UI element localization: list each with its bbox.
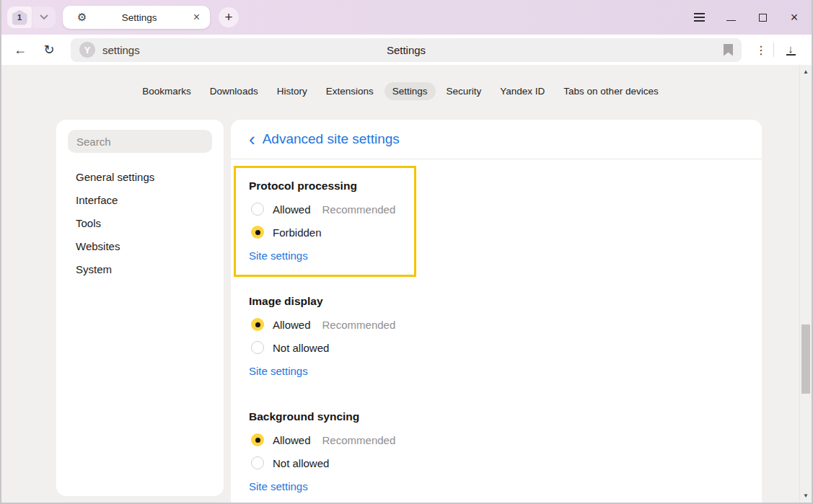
- kebab-icon: ⋮: [755, 44, 767, 56]
- browser-toolbar: ← ↻ Y settings Settings ⋮ ↓: [1, 35, 812, 65]
- radio-option[interactable]: Forbidden: [249, 221, 762, 244]
- section-title: Protocol processing: [249, 174, 762, 198]
- chevron-down-icon: [40, 14, 48, 20]
- downloads-button[interactable]: ↓: [774, 44, 807, 56]
- settings-section: Protocol processing Allowed Recommended …: [231, 166, 762, 281]
- maximize-button[interactable]: [757, 12, 768, 23]
- settings-nav: BookmarksDownloadsHistoryExtensionsSetti…: [1, 82, 799, 100]
- radio-button[interactable]: [251, 341, 264, 354]
- radio-option[interactable]: Not allowed: [249, 336, 762, 359]
- refresh-icon: ↻: [43, 43, 54, 57]
- bookmark-icon[interactable]: [724, 44, 733, 56]
- tab-close-icon[interactable]: ×: [192, 11, 201, 24]
- recommended-note: Recommended: [322, 203, 396, 216]
- maximize-icon: [759, 14, 767, 22]
- radio-option[interactable]: Allowed Recommended: [249, 198, 762, 221]
- minimize-icon: [726, 20, 736, 22]
- scroll-up-icon[interactable]: ▲: [800, 68, 812, 75]
- tab-list-dropdown-button[interactable]: [32, 6, 56, 28]
- radio-label: Allowed: [273, 434, 311, 446]
- page-content: BookmarksDownloadsHistoryExtensionsSetti…: [1, 65, 812, 503]
- site-favicon: Y: [79, 42, 95, 58]
- back-arrow-icon: ←: [14, 43, 27, 57]
- scrollbar-thumb[interactable]: [801, 324, 810, 394]
- section-options: Allowed Recommended Not allowed: [249, 428, 762, 474]
- settings-section: Image display Allowed Recommended Not al…: [231, 281, 762, 397]
- url-text: settings: [102, 44, 140, 56]
- tab-counter-value: 1: [17, 13, 22, 22]
- back-button[interactable]: ←: [6, 43, 35, 58]
- settings-sections: Protocol processing Allowed Recommended …: [231, 166, 762, 504]
- nav-tab-history[interactable]: History: [269, 82, 315, 100]
- settings-sidebar: General settingsInterfaceToolsWebsitesSy…: [56, 120, 224, 496]
- sidebar-list: General settingsInterfaceToolsWebsitesSy…: [56, 165, 224, 280]
- browser-tab-settings[interactable]: ⚙ Settings ×: [63, 6, 210, 29]
- site-settings-link[interactable]: Site settings: [249, 365, 308, 377]
- nav-tab-downloads[interactable]: Downloads: [202, 82, 266, 100]
- chevron-left-icon: ‹: [249, 130, 255, 149]
- tab-title: Settings: [87, 12, 191, 23]
- search-input[interactable]: [68, 136, 212, 148]
- radio-button[interactable]: [251, 318, 264, 331]
- radio-label: Forbidden: [273, 226, 322, 239]
- new-tab-button[interactable]: +: [219, 7, 239, 27]
- nav-tab-security[interactable]: Security: [439, 82, 490, 100]
- nav-tab-settings[interactable]: Settings: [384, 82, 436, 100]
- section-title: Background syncing: [249, 405, 762, 428]
- extensions-menu-button[interactable]: ⋮: [749, 43, 773, 57]
- radio-label: Not allowed: [273, 457, 329, 469]
- download-icon: ↓: [788, 44, 794, 53]
- close-window-button[interactable]: ×: [788, 12, 800, 23]
- page-title: Settings: [71, 44, 742, 56]
- site-settings-link[interactable]: Site settings: [249, 249, 308, 262]
- section-options: Allowed Recommended Not allowed: [249, 313, 762, 359]
- browser-menu-button[interactable]: [693, 12, 705, 23]
- main-header-title: Advanced site settings: [263, 131, 400, 147]
- sidebar-item-interface[interactable]: Interface: [56, 188, 224, 211]
- sidebar-search[interactable]: [68, 130, 212, 153]
- nav-tab-tabs-on-other-devices[interactable]: Tabs on other devices: [555, 82, 666, 100]
- address-bar[interactable]: Y settings Settings: [71, 38, 742, 62]
- radio-button[interactable]: [251, 456, 264, 469]
- hamburger-icon: [694, 13, 705, 22]
- site-settings-link[interactable]: Site settings: [249, 480, 308, 492]
- sidebar-item-general-settings[interactable]: General settings: [56, 165, 224, 188]
- radio-button[interactable]: [251, 226, 264, 239]
- settings-main-panel: ‹ Advanced site settings Protocol proces…: [231, 120, 762, 503]
- advanced-site-settings-back-link[interactable]: ‹ Advanced site settings: [231, 120, 762, 159]
- settings-section: Background syncing Allowed Recommended N…: [231, 397, 762, 504]
- recommended-note: Recommended: [322, 434, 396, 446]
- sidebar-item-websites[interactable]: Websites: [56, 234, 224, 257]
- sidebar-item-system[interactable]: System: [56, 257, 224, 280]
- scroll-down-icon[interactable]: ▼: [800, 492, 812, 499]
- nav-tab-yandex-id[interactable]: Yandex ID: [492, 82, 553, 100]
- nav-tab-extensions[interactable]: Extensions: [318, 82, 382, 100]
- radio-button[interactable]: [251, 203, 264, 216]
- minimize-button[interactable]: [725, 12, 737, 23]
- browser-window: 1 ⚙ Settings × + ×: [0, 0, 813, 504]
- close-icon: ×: [791, 11, 799, 24]
- radio-option[interactable]: Allowed Recommended: [249, 428, 762, 451]
- radio-label: Allowed: [273, 319, 311, 331]
- section-title: Image display: [249, 290, 762, 313]
- window-controls: ×: [693, 12, 812, 23]
- sidebar-item-tools[interactable]: Tools: [56, 211, 224, 234]
- radio-option[interactable]: Not allowed: [249, 451, 762, 474]
- nav-tab-bookmarks[interactable]: Bookmarks: [134, 82, 199, 100]
- vertical-scrollbar[interactable]: ▲ ▼: [799, 65, 812, 503]
- tab-counter-badge: 1: [12, 10, 27, 25]
- refresh-button[interactable]: ↻: [35, 42, 63, 58]
- radio-option[interactable]: Allowed Recommended: [249, 313, 762, 336]
- section-options: Allowed Recommended Forbidden: [249, 198, 762, 244]
- radio-button[interactable]: [251, 433, 264, 446]
- tab-counter-button[interactable]: 1: [7, 6, 32, 28]
- gear-icon: ⚙: [77, 11, 87, 24]
- radio-label: Allowed: [273, 203, 311, 216]
- recommended-note: Recommended: [322, 319, 396, 331]
- tab-strip: 1 ⚙ Settings × + ×: [1, 0, 812, 35]
- radio-label: Not allowed: [273, 342, 329, 354]
